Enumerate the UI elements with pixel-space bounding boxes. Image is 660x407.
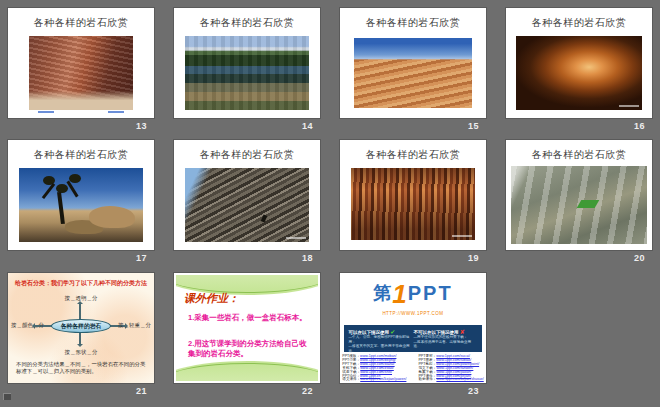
photo-watermark — [286, 237, 306, 239]
logo-char-one: 1 — [392, 283, 406, 305]
slide-title: 各种各样的岩石欣赏 — [174, 140, 320, 162]
slide-thumbnail-16[interactable]: 各种各样的岩石欣赏 — [506, 8, 652, 118]
rock-photo-hoodoos — [351, 168, 475, 240]
rock-photo-stream — [511, 166, 647, 244]
usage-policy-band: 可以在以下情况使用 ✔ —个人、公司、学校制作PPT课件时使用； —修改其中的文… — [344, 325, 482, 352]
slide-number: 15 — [340, 121, 486, 131]
diagram-title: 给岩石分类：我们学习了以下几种不同的分类方法 — [12, 279, 150, 288]
logo-char-di: 第 — [373, 281, 391, 305]
rock-photo-wave — [354, 38, 472, 108]
slide-number: 21 — [8, 386, 154, 396]
diagram-center-ellipse: 各种各样的岩石 — [51, 319, 111, 333]
slide-thumbnail-20[interactable]: 各种各样的岩石欣赏 — [506, 140, 652, 250]
rock-photo-striped-wave — [185, 168, 309, 242]
slide-number: 18 — [174, 253, 320, 263]
boulder-shape — [89, 206, 135, 228]
slide-thumbnail-19[interactable]: 各种各样的岩石欣赏 — [340, 140, 486, 250]
slide-thumbnail-13[interactable]: 各种各样的岩石欣赏 — [8, 8, 154, 118]
rock-photo-lake — [185, 36, 309, 110]
allow-line-2: —修改其中的文字、图片用于非商业用途。 — [349, 344, 413, 353]
logo-url: HTTP://WWW.1PPT.COM — [340, 311, 486, 316]
links-column-right: PPT素材：www.1ppt.com/sucai/ PPT图表：www.1ppt… — [418, 355, 483, 382]
person-silhouette — [261, 215, 268, 223]
diagram-label-bottom: 按＿形状＿分 — [65, 349, 98, 356]
homework-heading: 课外作业： — [184, 291, 239, 306]
diagram-label-right: 按＿轻重＿分 — [118, 322, 151, 329]
slide-sorter-page: 各种各样的岩石欣赏 13 各种各样的岩石欣赏 14 各种各样的岩石欣赏 15 各… — [0, 0, 660, 407]
slide-thumbnail-21[interactable]: 给岩石分类：我们学习了以下几种不同的分类方法 按＿透明＿分 按＿颜色＿分 按＿轻… — [8, 273, 154, 383]
watermark-icon — [3, 393, 11, 400]
ppt-logo: 第 1 PPT — [340, 281, 486, 305]
tree-trunk — [57, 192, 65, 224]
slide-thumbnail-15[interactable]: 各种各样的岩石欣赏 — [340, 8, 486, 118]
slide-thumbnail-18[interactable]: 各种各样的岩石欣赏 — [174, 140, 320, 250]
allowed-uses-column: 可以在以下情况使用 ✔ —个人、公司、学校制作PPT课件时使用； —修改其中的文… — [349, 328, 413, 349]
slide-title: 各种各样的岩石欣赏 — [506, 8, 652, 30]
allow-line-1: —个人、公司、学校制作PPT课件时使用； — [349, 335, 413, 344]
homework-item-2: 2.用这节课学到的分类方法给自己收集到的岩石分类。 — [188, 339, 308, 359]
slide-number: 22 — [174, 386, 320, 396]
link-url[interactable]: www.1ppt.com/kejian/yuwen/ — [360, 377, 406, 381]
slide-title: 各种各样的岩石欣赏 — [8, 8, 154, 30]
rock-photo-antelope — [516, 36, 642, 110]
slide-number: 13 — [8, 121, 154, 131]
logo-char-ppt: PPT — [408, 282, 453, 305]
slide-title: 各种各样的岩石欣赏 — [8, 140, 154, 162]
deny-line-2: —将本作品用于出售、出版等商业用途。 — [414, 340, 478, 349]
rock-photo-joshua-tree — [19, 168, 143, 242]
slide-title: 各种各样的岩石欣赏 — [174, 8, 320, 30]
rock-photo-canyon — [29, 36, 133, 110]
slide-number: 17 — [8, 253, 154, 263]
leaf-shape — [577, 200, 600, 208]
link-label: 数学课件： — [418, 377, 436, 381]
slide-title: 各种各样的岩石欣赏 — [506, 140, 652, 162]
slide-title: 各种各样的岩石欣赏 — [340, 140, 486, 162]
slide-title: 各种各样的岩石欣赏 — [340, 8, 486, 30]
slide-thumbnail-22[interactable]: 课外作业： 1.采集一些岩石，做一盒岩石标本。 2.用这节课学到的分类方法给自己… — [174, 273, 320, 383]
homework-item-1: 1.采集一些岩石，做一盒岩石标本。 — [188, 313, 308, 323]
diagram-note: 不同的分类方法结果＿不同＿，一块岩石在不同的分类标准下＿可以＿归入不同的类别。 — [16, 361, 146, 375]
link-url[interactable]: www.1ppt.com/kejian/shuxue/ — [436, 377, 483, 381]
photo-watermark — [619, 105, 639, 107]
slide-number: 19 — [340, 253, 486, 263]
slide-number: 14 — [174, 121, 320, 131]
forbidden-uses-column: 不可以在以下情况使用 ✘ —用于任何形式的在线付费下载； —将本作品用于出售、出… — [414, 328, 478, 349]
photo-watermark — [452, 235, 472, 237]
slide-number: 20 — [506, 253, 652, 263]
slide-number: 23 — [340, 386, 486, 396]
photo-credit-marks — [38, 111, 124, 113]
slide-thumbnail-17[interactable]: 各种各样的岩石欣赏 — [8, 140, 154, 250]
links-column-left: PPT模板：www.1ppt.com/moban/ PPT背景：www.1ppt… — [342, 355, 406, 382]
slide-thumbnail-23[interactable]: 第 1 PPT HTTP://WWW.1PPT.COM 可以在以下情况使用 ✔ … — [340, 273, 486, 383]
tree-branch — [42, 183, 55, 199]
site-links-block: PPT模板：www.1ppt.com/moban/ PPT背景：www.1ppt… — [340, 355, 486, 382]
tree-branch — [66, 181, 78, 198]
slide-number: 16 — [506, 121, 652, 131]
link-label: 语文课件： — [342, 377, 360, 381]
diagram-label-left: 按＿颜色＿分 — [11, 322, 44, 329]
green-wave-band-bottom — [176, 357, 318, 381]
slide-thumbnail-14[interactable]: 各种各样的岩石欣赏 — [174, 8, 320, 118]
